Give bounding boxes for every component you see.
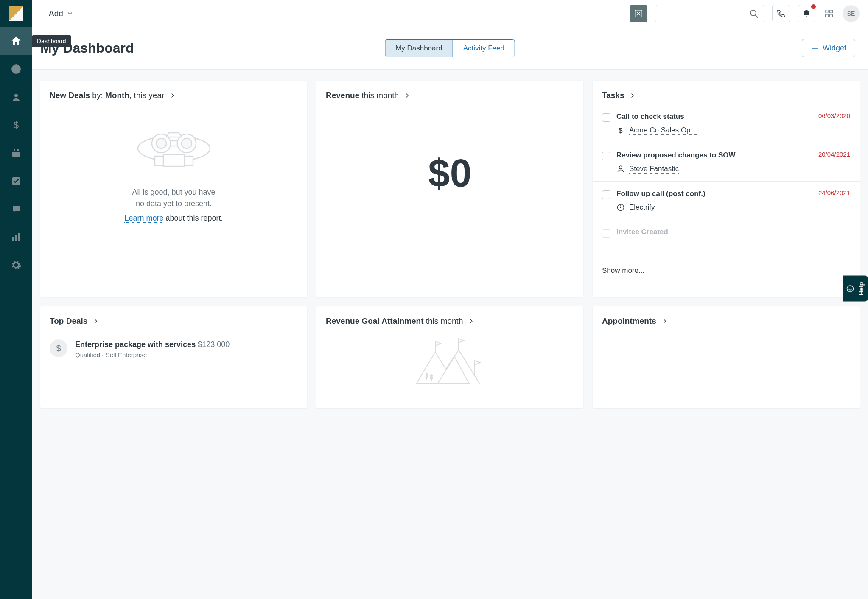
top-deals-title: Top Deals [50,316,87,326]
phone-icon [776,9,786,18]
svg-point-24 [182,138,192,148]
chat-icon [11,204,21,214]
unpin-button[interactable] [630,5,647,22]
bell-icon [802,9,811,18]
nav-dashboard[interactable]: Dashboard [0,27,32,55]
svg-point-3 [15,68,17,70]
top-deal-row[interactable]: $ Enterprise package with services $123,… [50,339,298,358]
nav-leads[interactable] [0,55,32,83]
plus-icon [811,44,819,53]
task-checkbox[interactable] [602,152,610,160]
apps-button[interactable] [823,8,835,20]
avatar-initials: SE [847,10,855,17]
learn-line: Learn more about this report. [124,214,223,223]
task-link-row: Electrify [616,203,850,212]
svg-text:$: $ [619,126,623,134]
lead-icon [616,203,625,212]
task-main: Call to check status 06/03/2020 $ Acme C… [616,112,850,135]
task-item: Follow up call (post conf.) 24/06/2021 E… [593,181,860,220]
search-input[interactable] [661,10,749,17]
widget-revenue-goal: Revenue Goal Attainment this month [316,306,583,408]
task-main: Review proposed changes to SOW 20/04/202… [616,151,850,174]
deal-info: Enterprise package with services $123,00… [75,339,230,358]
add-button[interactable]: Add [49,9,73,18]
chevron-down-icon [67,10,73,17]
task-checkbox[interactable] [602,190,610,199]
help-tab[interactable]: Help [843,276,868,302]
nd-title-mid: by: [90,91,105,100]
app-logo-icon [9,6,23,21]
widget-appointments: Appointments [593,306,860,408]
task-title[interactable]: Review proposed changes to SOW [616,151,736,160]
task-checkbox[interactable] [602,113,610,122]
task-title[interactable]: Follow up call (post conf.) [616,189,706,199]
logo[interactable] [0,0,32,27]
rev-title-strong: Revenue [326,91,359,100]
task-title[interactable]: Call to check status [616,112,684,122]
nav-contacts[interactable] [0,83,32,111]
gear-icon [11,260,22,271]
task-checkbox[interactable] [602,229,610,238]
person-icon [11,92,21,102]
new-deals-header[interactable]: New Deals by: Month, this year [50,91,298,100]
help-label: Help [857,282,865,296]
svg-rect-11 [12,237,14,241]
task-item: Call to check status 06/03/2020 $ Acme C… [593,109,860,143]
svg-point-15 [750,10,756,16]
svg-rect-25 [171,141,177,146]
svg-point-31 [620,207,622,208]
goal-illustration [326,335,574,386]
add-widget-button[interactable]: Widget [802,39,855,57]
task-related-link[interactable]: Steve Fantastic [629,165,679,174]
search-box[interactable] [655,5,764,22]
appointments-header[interactable]: Appointments [602,316,850,326]
tasks-header[interactable]: Tasks [593,91,860,100]
checkbox-icon [11,176,21,186]
task-related-link[interactable]: Acme Co Sales Op... [629,126,697,135]
revenue-goal-header[interactable]: Revenue Goal Attainment this month [326,316,574,326]
widget-tasks: Tasks Call to check status 06/03/2020 [593,81,860,297]
nd-title-tail: , this year [129,91,164,100]
deal-title: Enterprise package with services $123,00… [75,339,230,350]
learn-tail: about this report. [163,214,223,222]
nav-deals[interactable]: $ [0,111,32,139]
avatar[interactable]: SE [843,5,860,22]
empty-line2: no data yet to present. [132,198,215,210]
widget-grid: New Deals by: Month, this year [40,81,860,408]
dollar-icon: $ [616,126,625,134]
task-main: Follow up call (post conf.) 24/06/2021 E… [616,189,850,212]
task-link-row: Steve Fantastic [616,165,850,174]
task-related-link[interactable]: Electrify [629,203,655,212]
nav-settings[interactable] [0,251,32,279]
notification-dot [811,4,816,9]
learn-more-link[interactable]: Learn more [124,214,163,223]
nav-reports[interactable] [0,223,32,251]
svg-text:$: $ [13,120,18,130]
tab-my-dashboard[interactable]: My Dashboard [385,40,453,57]
nav-communication[interactable] [0,195,32,223]
binoculars-illustration-icon [132,122,216,173]
chevron-right-icon [93,319,98,324]
tab-activity-feed[interactable]: Activity Feed [453,40,515,57]
tasks-show-more[interactable]: Show more... [602,266,644,275]
task-item-partial: Invitee Created [593,220,860,245]
task-main: Invitee Created [616,228,850,238]
widget-new-deals: New Deals by: Month, this year [40,81,307,297]
phone-button[interactable] [772,5,790,22]
chevron-right-icon [662,319,667,324]
revenue-header[interactable]: Revenue this month [326,91,574,100]
help-smile-icon [846,285,854,292]
empty-line1: All is good, but you have [132,187,215,198]
tasks-title: Tasks [602,91,624,100]
deal-amount: $123,000 [198,340,230,349]
nav-calendar[interactable] [0,139,32,167]
svg-point-29 [619,166,622,169]
empty-text: All is good, but you have no data yet to… [132,187,215,210]
notifications-button[interactable] [798,5,815,22]
app-root: Dashboard $ Add [0,0,868,599]
top-deals-header[interactable]: Top Deals [50,316,298,326]
nav-tasks[interactable] [0,167,32,195]
svg-rect-18 [826,14,828,17]
page-header: My Dashboard My Dashboard Activity Feed … [32,27,868,70]
nav-tooltip: Dashboard [32,35,71,47]
